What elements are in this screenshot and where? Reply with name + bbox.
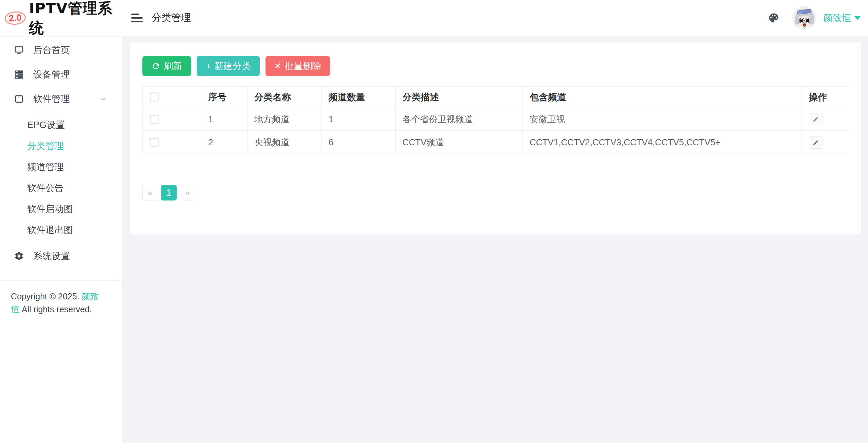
refresh-label: 刷新 bbox=[164, 60, 182, 72]
cell-channels: CCTV1,CCTV2,CCTV3,CCTV4,CCTV5,CCTV5+ bbox=[523, 131, 802, 154]
batch-delete-label: 批量删除 bbox=[284, 60, 321, 72]
column-header-name: 分类名称 bbox=[248, 87, 322, 108]
pencil-icon bbox=[813, 140, 819, 146]
column-header-count: 频道数量 bbox=[322, 87, 396, 108]
sidebar-item-splash-image[interactable]: 软件启动图 bbox=[0, 198, 122, 219]
copyright-suffix: All rights reserved. bbox=[22, 304, 92, 314]
row-checkbox[interactable] bbox=[150, 115, 159, 124]
cell-name: 地方频道 bbox=[248, 108, 322, 131]
app-logo: 2.0 IPTV管理系统 bbox=[0, 0, 122, 37]
sidebar-item-label: 设备管理 bbox=[33, 68, 70, 81]
sidebar-item-label: EPG设置 bbox=[27, 119, 65, 131]
server-icon bbox=[14, 69, 24, 80]
copyright-prefix: Copyright © 2025. bbox=[11, 292, 79, 301]
select-all-checkbox[interactable] bbox=[150, 92, 159, 102]
sidebar-item-system-settings[interactable]: 系统设置 bbox=[0, 244, 122, 268]
toolbar: 刷新 + 新建分类 ✕ 批量删除 bbox=[142, 56, 849, 76]
row-checkbox[interactable] bbox=[150, 138, 159, 147]
batch-delete-button[interactable]: ✕ 批量删除 bbox=[265, 56, 330, 76]
user-avatar[interactable] bbox=[793, 6, 816, 29]
pagination-current-page[interactable]: 1 bbox=[161, 185, 177, 201]
sidebar-item-label: 软件退出图 bbox=[27, 224, 73, 236]
sidebar-item-exit-image[interactable]: 软件退出图 bbox=[0, 219, 122, 240]
window-icon bbox=[14, 93, 24, 104]
select-all-cell bbox=[143, 87, 201, 108]
pencil-icon bbox=[813, 116, 819, 122]
cell-name: 央视频道 bbox=[248, 131, 322, 154]
column-header-channels: 包含频道 bbox=[523, 87, 802, 108]
row-select-cell bbox=[143, 108, 201, 131]
gear-icon bbox=[14, 251, 24, 261]
sidebar-item-channel-management[interactable]: 频道管理 bbox=[0, 156, 122, 177]
pagination-prev-button[interactable]: « bbox=[142, 185, 158, 201]
version-badge: 2.0 bbox=[4, 10, 26, 25]
sidebar-item-label: 软件管理 bbox=[33, 93, 70, 105]
cell-actions bbox=[802, 108, 849, 131]
topbar: 分类管理 bbox=[122, 0, 868, 36]
pagination-next-button[interactable]: » bbox=[180, 185, 195, 201]
create-category-button[interactable]: + 新建分类 bbox=[197, 56, 260, 76]
page-title: 分类管理 bbox=[152, 11, 191, 25]
cell-actions bbox=[802, 131, 849, 154]
category-table: 序号 分类名称 频道数量 分类描述 包含频道 操作 1 地方频道 1 各个省份卫… bbox=[142, 86, 849, 154]
sidebar: 2.0 IPTV管理系统 后台首页 bbox=[0, 0, 122, 443]
sidebar-item-label: 软件启动图 bbox=[27, 203, 73, 215]
cell-channels: 安徽卫视 bbox=[523, 108, 802, 131]
table-row: 2 央视频道 6 CCTV频道 CCTV1,CCTV2,CCTV3,CCTV4,… bbox=[143, 131, 849, 154]
table-row: 1 地方频道 1 各个省份卫视频道 安徽卫视 bbox=[143, 108, 849, 131]
row-select-cell bbox=[143, 131, 201, 154]
theme-palette-icon[interactable] bbox=[768, 12, 780, 24]
monitor-icon bbox=[14, 45, 24, 56]
software-submenu: EPG设置 分类管理 频道管理 软件公告 软件启动图 软件退出图 bbox=[0, 114, 122, 240]
cell-count: 6 bbox=[322, 131, 396, 154]
pagination: « 1 » bbox=[142, 185, 849, 234]
cell-desc: 各个省份卫视频道 bbox=[396, 108, 523, 131]
cell-seq: 2 bbox=[201, 131, 248, 154]
sidebar-nav: 后台首页 设备管理 bbox=[0, 37, 122, 268]
menu-toggle-icon[interactable] bbox=[131, 14, 143, 22]
column-header-seq: 序号 bbox=[201, 87, 248, 108]
column-header-desc: 分类描述 bbox=[396, 87, 523, 108]
create-label: 新建分类 bbox=[214, 60, 251, 72]
sidebar-item-announcements[interactable]: 软件公告 bbox=[0, 177, 122, 198]
sidebar-item-devices[interactable]: 设备管理 bbox=[0, 62, 122, 87]
cell-seq: 1 bbox=[201, 108, 248, 131]
caret-down-icon[interactable] bbox=[854, 16, 861, 20]
main-content: 刷新 + 新建分类 ✕ 批量删除 序 bbox=[122, 36, 868, 443]
sidebar-item-label: 频道管理 bbox=[27, 161, 64, 173]
topbar-right: 颜致恒 bbox=[768, 6, 861, 29]
sidebar-item-dashboard[interactable]: 后台首页 bbox=[0, 38, 122, 62]
refresh-button[interactable]: 刷新 bbox=[142, 56, 191, 76]
cell-desc: CCTV频道 bbox=[396, 131, 523, 154]
sidebar-item-software[interactable]: 软件管理 bbox=[0, 87, 122, 111]
copyright-text: Copyright © 2025. 颜致恒 All rights reserve… bbox=[0, 281, 112, 316]
cell-count: 1 bbox=[322, 108, 396, 131]
sidebar-item-label: 后台首页 bbox=[33, 44, 70, 56]
chevron-down-icon bbox=[100, 96, 107, 102]
table-header-row: 序号 分类名称 频道数量 分类描述 包含频道 操作 bbox=[143, 87, 849, 108]
app-title: IPTV管理系统 bbox=[29, 0, 117, 38]
edit-button[interactable] bbox=[809, 136, 823, 149]
cross-icon: ✕ bbox=[274, 62, 281, 70]
sidebar-item-category-management[interactable]: 分类管理 bbox=[0, 135, 122, 156]
edit-button[interactable] bbox=[809, 113, 823, 125]
username[interactable]: 颜致恒 bbox=[823, 12, 851, 24]
column-header-actions: 操作 bbox=[802, 87, 849, 108]
refresh-icon bbox=[151, 62, 160, 71]
sidebar-item-epg-settings[interactable]: EPG设置 bbox=[0, 114, 122, 135]
sidebar-item-label: 系统设置 bbox=[33, 250, 70, 262]
category-card: 刷新 + 新建分类 ✕ 批量删除 序 bbox=[130, 42, 861, 234]
sidebar-item-label: 分类管理 bbox=[27, 140, 64, 152]
sidebar-item-label: 软件公告 bbox=[27, 182, 64, 194]
plus-icon: + bbox=[205, 61, 211, 71]
